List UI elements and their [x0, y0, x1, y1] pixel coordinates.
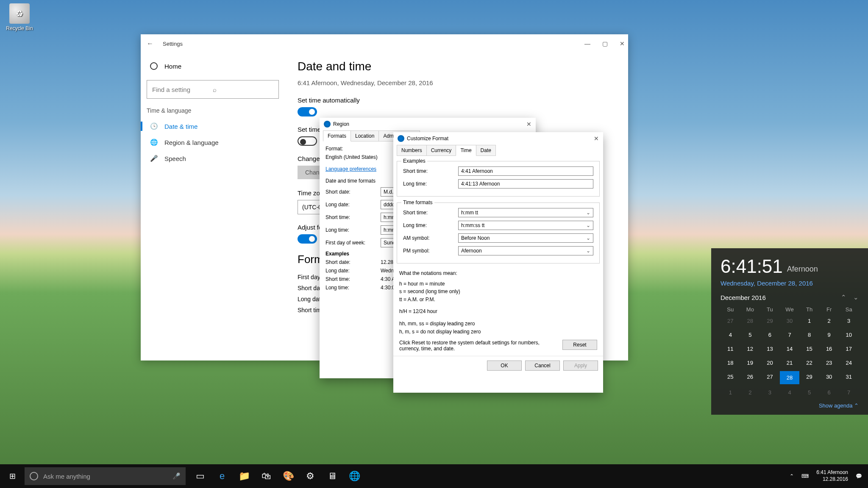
calendar-day[interactable]: 2	[740, 387, 760, 398]
nav-region-language[interactable]: 🌐 Region & language	[147, 134, 279, 150]
apply-button[interactable]: Apply	[563, 360, 598, 371]
custom-titlebar: Customize Format ✕	[393, 132, 603, 145]
calendar-day[interactable]: 5	[740, 329, 760, 341]
calendar-day[interactable]: 28	[780, 371, 800, 384]
calendar-day-header: Su	[721, 306, 740, 313]
calendar-day[interactable]: 15	[799, 343, 819, 355]
calendar-day[interactable]: 12	[740, 343, 760, 355]
calendar-day[interactable]: 30	[780, 315, 800, 327]
calendar-day[interactable]: 14	[780, 343, 800, 355]
minimize-button[interactable]: —	[584, 40, 590, 47]
calendar-down-button[interactable]: ⌄	[853, 294, 859, 301]
calendar-day[interactable]: 1	[721, 387, 740, 398]
calendar-day[interactable]: 11	[721, 343, 740, 355]
calendar-day[interactable]: 6	[819, 387, 839, 398]
calendar-day[interactable]: 16	[819, 343, 839, 355]
cancel-button[interactable]: Cancel	[525, 360, 560, 371]
file-explorer-icon[interactable]: 📁	[233, 464, 255, 488]
calendar-day[interactable]: 31	[839, 371, 859, 384]
set-time-auto-toggle[interactable]	[298, 107, 317, 116]
calendar-up-button[interactable]: ⌃	[841, 294, 846, 301]
back-button[interactable]: ←	[144, 40, 156, 47]
calendar-day[interactable]: 4	[780, 387, 800, 398]
calendar-day[interactable]: 3	[839, 315, 859, 327]
am-symbol-select[interactable]: Before Noon	[458, 233, 593, 243]
full-date-link[interactable]: Wednesday, December 28, 2016	[721, 280, 859, 287]
tab-date[interactable]: Date	[476, 145, 496, 156]
app-icon-1[interactable]: 🖥	[321, 464, 343, 488]
action-center-icon[interactable]: 💬	[856, 473, 862, 479]
task-view-button[interactable]: ▭	[189, 464, 211, 488]
calendar-day[interactable]: 7	[780, 329, 800, 341]
calendar-day[interactable]: 7	[839, 387, 859, 398]
calendar-day[interactable]: 5	[799, 387, 819, 398]
calendar-day[interactable]: 10	[839, 329, 859, 341]
calendar-day[interactable]: 2	[819, 315, 839, 327]
calendar-day[interactable]: 27	[721, 315, 740, 327]
calendar-day[interactable]: 20	[760, 357, 780, 369]
home-nav[interactable]: Home	[147, 58, 279, 74]
calendar-day[interactable]: 21	[780, 357, 800, 369]
calendar-day[interactable]: 4	[721, 329, 740, 341]
tray-chevron-icon[interactable]: ⌃	[790, 473, 794, 479]
calendar-day[interactable]: 19	[740, 357, 760, 369]
calendar-day[interactable]: 26	[740, 371, 760, 384]
calendar-month[interactable]: December 2016	[721, 294, 766, 301]
recycle-bin[interactable]: ♻ Recycle Bin	[3, 3, 36, 31]
calendar-day-header: Mo	[740, 306, 760, 313]
calendar-day[interactable]: 3	[760, 387, 780, 398]
custom-close-button[interactable]: ✕	[594, 135, 599, 142]
calendar-day[interactable]: 18	[721, 357, 740, 369]
calendar-day[interactable]: 25	[721, 371, 740, 384]
tab-formats[interactable]: Formats	[323, 130, 351, 141]
settings-search-input[interactable]: Find a setting ⌕	[147, 80, 279, 99]
calendar-day[interactable]: 29	[799, 371, 819, 384]
adjust-dst-toggle[interactable]	[298, 234, 317, 244]
custom-title: Customize Format	[407, 136, 448, 141]
calendar-day[interactable]: 27	[760, 371, 780, 384]
calendar-day[interactable]: 17	[839, 343, 859, 355]
calendar-day[interactable]: 9	[819, 329, 839, 341]
calendar-day[interactable]: 29	[760, 315, 780, 327]
start-button[interactable]: ⊞	[0, 471, 25, 481]
cortana-search-input[interactable]: Ask me anything 🎤	[25, 467, 186, 485]
tab-location[interactable]: Location	[351, 130, 379, 141]
calendar-day[interactable]: 6	[760, 329, 780, 341]
calendar-day[interactable]: 24	[839, 357, 859, 369]
ok-button[interactable]: OK	[487, 360, 522, 371]
reset-button[interactable]: Reset	[562, 340, 597, 350]
calendar-day[interactable]: 28	[740, 315, 760, 327]
nav-speech[interactable]: 🎤 Speech	[147, 150, 279, 166]
calendar-day[interactable]: 22	[799, 357, 819, 369]
paint-icon[interactable]: 🎨	[277, 464, 299, 488]
tab-currency[interactable]: Currency	[426, 145, 456, 156]
store-icon[interactable]: 🛍	[255, 464, 277, 488]
maximize-button[interactable]: ▢	[602, 40, 608, 47]
long-time-format-select[interactable]: h:mm:ss tt	[458, 221, 593, 230]
tray-keyboard-icon[interactable]: ⌨	[801, 473, 809, 479]
settings-titlebar: ← Settings — ▢ ✕	[141, 34, 628, 53]
calendar-grid: SuMoTuWeThFrSa27282930123456789101112131…	[721, 306, 859, 398]
nav-date-time[interactable]: 🕓 Date & time	[147, 118, 279, 134]
show-agenda-link[interactable]: Show agenda ⌃	[721, 402, 859, 409]
calendar-day[interactable]: 8	[799, 329, 819, 341]
close-button[interactable]: ✕	[620, 40, 625, 47]
set-tz-auto-toggle[interactable]	[298, 136, 317, 146]
short-time-format-select[interactable]: h:mm tt	[458, 208, 593, 217]
calendar-day[interactable]: 1	[799, 315, 819, 327]
calendar-day-header: We	[780, 306, 800, 313]
region-close-button[interactable]: ✕	[526, 121, 531, 128]
tab-numbers[interactable]: Numbers	[397, 145, 427, 156]
tab-time[interactable]: Time	[456, 145, 476, 156]
tray-clock[interactable]: 6:41 Afernoon 12.28.2016	[816, 469, 848, 482]
pm-symbol-select[interactable]: Afernoon	[458, 246, 593, 255]
language-preferences-link[interactable]: Language preferences	[326, 166, 376, 172]
app-icon-2[interactable]: 🌐	[343, 464, 365, 488]
edge-icon[interactable]: e	[211, 464, 233, 488]
calendar-day[interactable]: 23	[819, 357, 839, 369]
calendar-day[interactable]: 30	[819, 371, 839, 384]
gear-icon	[150, 62, 158, 70]
reset-description: Click Reset to restore the system defaul…	[399, 340, 556, 352]
calendar-day[interactable]: 13	[760, 343, 780, 355]
settings-icon[interactable]: ⚙	[299, 464, 321, 488]
